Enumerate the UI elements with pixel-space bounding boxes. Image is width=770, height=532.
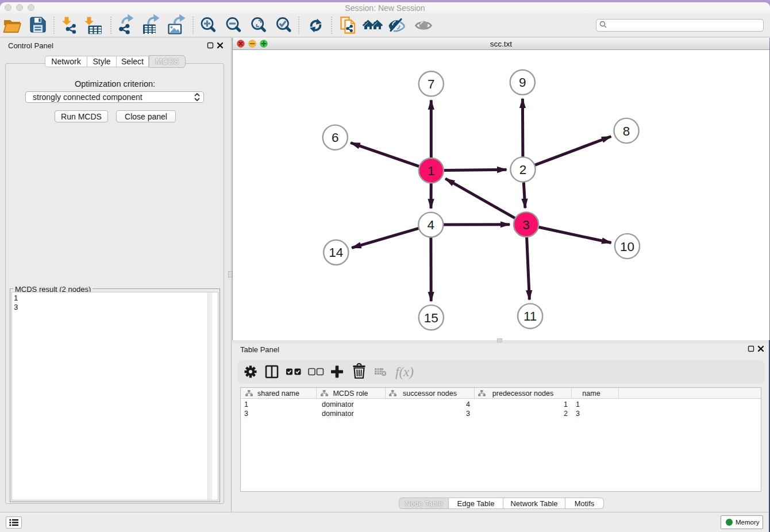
svg-text:shared name: shared name	[257, 390, 299, 398]
svg-text:successor nodes: successor nodes	[403, 390, 457, 398]
svg-text:MCDS role: MCDS role	[333, 390, 368, 398]
svg-text:8: 8	[623, 124, 630, 138]
svg-text:9: 9	[519, 75, 526, 90]
svg-text:2: 2	[519, 163, 527, 177]
svg-text:10: 10	[620, 240, 634, 254]
svg-text:4: 4	[428, 218, 435, 232]
svg-text:7: 7	[428, 77, 435, 91]
svg-text:name: name	[582, 390, 600, 398]
svg-text:11: 11	[523, 309, 537, 323]
svg-text:15: 15	[424, 311, 438, 325]
svg-text:3: 3	[522, 218, 530, 232]
svg-text:f(x): f(x)	[395, 365, 414, 379]
svg-text:predecessor nodes: predecessor nodes	[492, 390, 553, 398]
svg-text:6: 6	[332, 130, 339, 145]
svg-text:1: 1	[428, 164, 435, 178]
svg-text:14: 14	[329, 245, 343, 260]
